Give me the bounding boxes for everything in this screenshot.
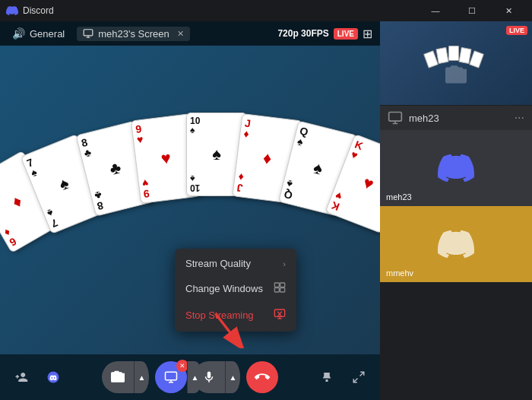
tab-general-label: General xyxy=(30,28,65,40)
red-arrow-indicator xyxy=(209,310,247,348)
svg-rect-2 xyxy=(280,283,285,287)
screen-share-icon xyxy=(164,370,178,384)
end-call-icon xyxy=(255,370,270,385)
preview-card-3 xyxy=(448,46,459,61)
more-options-button[interactable]: ··· xyxy=(515,111,524,125)
camera-button-group: ▲ xyxy=(102,361,149,393)
app-title: Discord xyxy=(23,5,418,16)
tile-username-mmehv: mmehv xyxy=(386,268,413,278)
svg-rect-0 xyxy=(84,30,93,36)
screen-share-button[interactable]: ✕ xyxy=(155,361,187,393)
close-button[interactable]: ✕ xyxy=(491,0,526,21)
speaker-icon: 🔊 xyxy=(12,27,25,40)
stream-status: 720p 30FPS LIVE ⊞ xyxy=(270,21,380,46)
camera-main-button[interactable] xyxy=(102,361,134,393)
participant-tile-mmehv: mmehv xyxy=(380,206,532,282)
titlebar: Discord — ☐ ✕ xyxy=(0,0,532,21)
right-sidebar: LIVE meh23 ··· meh23 xyxy=(380,21,532,400)
discord-titlebar-icon xyxy=(6,5,18,17)
tab-general[interactable]: 🔊 General xyxy=(6,26,71,41)
ctx-stop-streaming-icon xyxy=(274,308,286,322)
user-name-meh23: meh23 xyxy=(409,113,508,124)
ctx-change-windows[interactable]: Change Windows xyxy=(175,275,296,302)
fullscreen-icon xyxy=(352,370,366,384)
ctx-stream-quality[interactable]: Stream Quality › xyxy=(175,252,296,275)
screen-arrow-button[interactable]: ▲ xyxy=(187,361,202,393)
svg-line-15 xyxy=(353,379,357,383)
add-user-icon xyxy=(14,370,28,384)
add-user-button[interactable] xyxy=(8,363,35,391)
camera-icon xyxy=(111,370,125,384)
svg-rect-13 xyxy=(166,372,177,380)
maximize-button[interactable]: ☐ xyxy=(454,0,489,21)
svg-rect-3 xyxy=(274,288,279,292)
discord-logo-mmehv xyxy=(438,226,474,262)
participant-tile-meh23: meh23 xyxy=(380,130,532,206)
ctx-change-windows-label: Change Windows xyxy=(185,283,263,294)
ctx-change-windows-icon xyxy=(274,281,286,296)
quality-badge: 720p 30FPS xyxy=(277,28,328,39)
ctx-chevron-icon: › xyxy=(283,259,286,268)
ctx-stream-quality-label: Stream Quality xyxy=(185,258,251,269)
bottom-toolbar: ▲ ✕ ▲ ▲ xyxy=(0,354,380,400)
preview-card-5 xyxy=(469,50,484,68)
live-preview-panel: LIVE xyxy=(380,21,532,105)
preview-cam-icon xyxy=(445,65,467,86)
fullscreen-button[interactable] xyxy=(345,363,372,391)
grid-icon[interactable]: ⊞ xyxy=(363,27,372,41)
minimize-button[interactable]: — xyxy=(418,0,453,21)
end-call-button[interactable] xyxy=(246,361,278,393)
svg-line-14 xyxy=(360,372,364,376)
discord-activity-button[interactable] xyxy=(40,363,67,391)
screen-share-button-group: ✕ ▲ xyxy=(155,361,187,393)
discord-logo-meh23 xyxy=(438,150,474,186)
preview-card-2 xyxy=(435,47,448,64)
mic-arrow-button[interactable]: ▲ xyxy=(225,361,240,393)
svg-rect-16 xyxy=(389,113,402,122)
screen-tab-icon xyxy=(83,28,93,39)
tab-screen[interactable]: meh23's Screen ✕ xyxy=(77,27,190,41)
preview-live-badge: LIVE xyxy=(506,26,527,35)
live-badge: LIVE xyxy=(334,28,358,40)
svg-rect-4 xyxy=(280,288,285,292)
svg-rect-1 xyxy=(274,283,279,287)
svg-line-11 xyxy=(215,313,237,342)
tile-username-meh23: meh23 xyxy=(386,192,412,202)
pin-button[interactable] xyxy=(313,363,340,391)
screen-icon-small xyxy=(388,110,403,125)
toolbar-right-icons xyxy=(313,363,372,391)
discord-icon xyxy=(46,370,60,384)
camera-arrow-button[interactable]: ▲ xyxy=(134,361,149,393)
tab-screen-label: meh23's Screen xyxy=(98,28,169,40)
toolbar-left-icons xyxy=(8,363,67,391)
user-entry-meh23: meh23 ··· xyxy=(380,105,532,130)
svg-rect-5 xyxy=(274,310,284,316)
pin-icon xyxy=(320,370,334,384)
stream-area: 🔊 General meh23's Screen ✕ 720p 30FPS LI… xyxy=(0,21,380,400)
window-controls: — ☐ ✕ xyxy=(418,0,526,21)
main-content: 🔊 General meh23's Screen ✕ 720p 30FPS LI… xyxy=(0,21,532,400)
mic-icon xyxy=(202,370,216,384)
tab-close-button[interactable]: ✕ xyxy=(177,29,184,39)
